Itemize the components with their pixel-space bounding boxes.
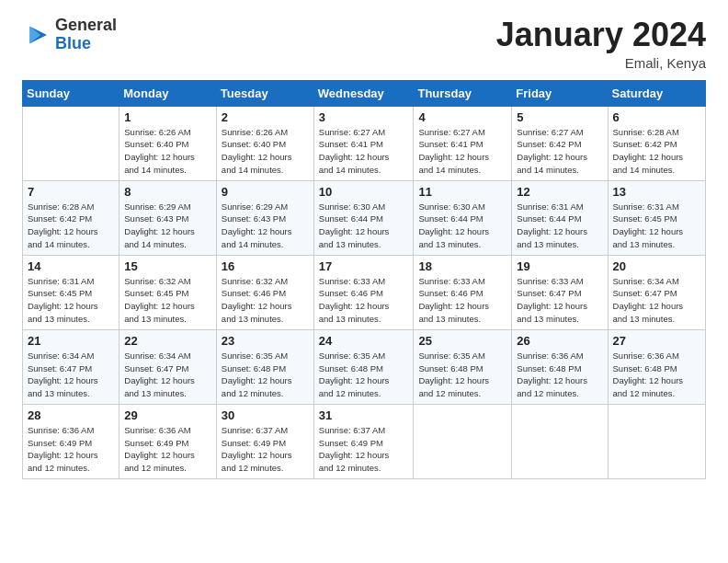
calendar-week-row: 14Sunrise: 6:31 AMSunset: 6:45 PMDayligh… [23,255,706,329]
day-info: Sunrise: 6:30 AMSunset: 6:44 PMDaylight:… [319,201,409,251]
day-number: 9 [222,185,309,199]
day-number: 23 [222,334,309,348]
day-info: Sunrise: 6:36 AMSunset: 6:49 PMDaylight:… [124,424,211,475]
table-cell: 23Sunrise: 6:35 AMSunset: 6:48 PMDayligh… [216,329,313,404]
day-number: 30 [222,408,309,422]
day-info: Sunrise: 6:35 AMSunset: 6:48 PMDaylight:… [418,350,506,400]
title-month: January 2024 [496,17,706,53]
day-number: 24 [319,334,409,348]
table-cell: 3Sunrise: 6:27 AMSunset: 6:41 PMDaylight… [313,106,414,180]
logo-blue-label: Blue [55,35,117,53]
day-info: Sunrise: 6:26 AMSunset: 6:40 PMDaylight:… [124,126,211,177]
title-block: January 2024 Emali, Kenya [496,17,706,71]
day-info: Sunrise: 6:27 AMSunset: 6:41 PMDaylight:… [319,126,409,177]
calendar-week-row: 28Sunrise: 6:36 AMSunset: 6:49 PMDayligh… [23,404,706,478]
day-number: 14 [28,259,114,273]
table-cell: 1Sunrise: 6:26 AMSunset: 6:40 PMDaylight… [119,106,217,180]
day-number: 4 [418,110,506,124]
day-number: 22 [124,334,211,348]
table-cell [414,404,512,478]
table-cell: 16Sunrise: 6:32 AMSunset: 6:46 PMDayligh… [216,255,313,329]
day-number: 27 [613,334,700,348]
day-info: Sunrise: 6:35 AMSunset: 6:48 PMDaylight:… [222,350,309,400]
day-info: Sunrise: 6:32 AMSunset: 6:45 PMDaylight:… [124,275,211,326]
day-info: Sunrise: 6:27 AMSunset: 6:42 PMDaylight:… [517,126,602,177]
col-monday: Monday [119,80,217,106]
table-cell: 18Sunrise: 6:33 AMSunset: 6:46 PMDayligh… [414,255,512,329]
table-cell: 17Sunrise: 6:33 AMSunset: 6:46 PMDayligh… [313,255,414,329]
day-info: Sunrise: 6:33 AMSunset: 6:46 PMDaylight:… [418,275,506,326]
table-cell: 22Sunrise: 6:34 AMSunset: 6:47 PMDayligh… [119,329,217,404]
logo-icon [22,20,51,50]
day-number: 3 [319,110,409,124]
day-info: Sunrise: 6:33 AMSunset: 6:46 PMDaylight:… [319,275,409,326]
day-info: Sunrise: 6:37 AMSunset: 6:49 PMDaylight:… [319,424,409,475]
day-number: 21 [28,334,114,348]
table-cell: 19Sunrise: 6:33 AMSunset: 6:47 PMDayligh… [512,255,608,329]
table-cell: 2Sunrise: 6:26 AMSunset: 6:40 PMDaylight… [216,106,313,180]
table-cell: 20Sunrise: 6:34 AMSunset: 6:47 PMDayligh… [608,255,705,329]
table-cell: 5Sunrise: 6:27 AMSunset: 6:42 PMDaylight… [512,106,608,180]
table-cell: 10Sunrise: 6:30 AMSunset: 6:44 PMDayligh… [313,180,414,255]
table-cell: 13Sunrise: 6:31 AMSunset: 6:45 PMDayligh… [608,180,705,255]
day-info: Sunrise: 6:37 AMSunset: 6:49 PMDaylight:… [222,424,309,475]
day-number: 7 [28,185,114,199]
table-cell: 21Sunrise: 6:34 AMSunset: 6:47 PMDayligh… [23,329,119,404]
day-number: 18 [418,259,506,273]
calendar-week-row: 21Sunrise: 6:34 AMSunset: 6:47 PMDayligh… [23,329,706,404]
day-info: Sunrise: 6:27 AMSunset: 6:41 PMDaylight:… [418,126,506,177]
table-cell: 15Sunrise: 6:32 AMSunset: 6:45 PMDayligh… [119,255,217,329]
day-number: 8 [124,185,211,199]
day-number: 15 [124,259,211,273]
col-friday: Friday [512,80,608,106]
table-cell [23,106,119,180]
day-number: 17 [319,259,409,273]
col-thursday: Thursday [414,80,512,106]
day-number: 31 [319,408,409,422]
day-number: 25 [418,334,506,348]
day-number: 1 [124,110,211,124]
day-number: 12 [517,185,602,199]
day-info: Sunrise: 6:35 AMSunset: 6:48 PMDaylight:… [319,350,409,400]
table-cell: 27Sunrise: 6:36 AMSunset: 6:48 PMDayligh… [608,329,705,404]
svg-marker-1 [29,27,40,44]
day-info: Sunrise: 6:29 AMSunset: 6:43 PMDaylight:… [222,201,309,251]
logo-text: General Blue [55,17,117,53]
table-cell: 6Sunrise: 6:28 AMSunset: 6:42 PMDaylight… [608,106,705,180]
day-info: Sunrise: 6:31 AMSunset: 6:44 PMDaylight:… [517,201,602,251]
table-cell: 14Sunrise: 6:31 AMSunset: 6:45 PMDayligh… [23,255,119,329]
day-info: Sunrise: 6:29 AMSunset: 6:43 PMDaylight:… [124,201,211,251]
day-info: Sunrise: 6:36 AMSunset: 6:48 PMDaylight:… [517,350,602,400]
logo-general-label: General [55,17,117,35]
table-cell: 4Sunrise: 6:27 AMSunset: 6:41 PMDaylight… [414,106,512,180]
day-info: Sunrise: 6:32 AMSunset: 6:46 PMDaylight:… [222,275,309,326]
day-number: 19 [517,259,602,273]
day-info: Sunrise: 6:26 AMSunset: 6:40 PMDaylight:… [222,126,309,177]
day-info: Sunrise: 6:30 AMSunset: 6:44 PMDaylight:… [418,201,506,251]
day-info: Sunrise: 6:31 AMSunset: 6:45 PMDaylight:… [613,201,700,251]
day-number: 28 [28,408,114,422]
day-number: 5 [517,110,602,124]
calendar-week-row: 7Sunrise: 6:28 AMSunset: 6:42 PMDaylight… [23,180,706,255]
col-sunday: Sunday [23,80,119,106]
col-tuesday: Tuesday [216,80,313,106]
page: General Blue January 2024 Emali, Kenya S… [0,0,728,563]
table-cell: 7Sunrise: 6:28 AMSunset: 6:42 PMDaylight… [23,180,119,255]
calendar-header-row: Sunday Monday Tuesday Wednesday Thursday… [23,80,706,106]
day-info: Sunrise: 6:34 AMSunset: 6:47 PMDaylight:… [124,350,211,400]
title-location: Emali, Kenya [496,55,706,71]
table-cell: 28Sunrise: 6:36 AMSunset: 6:49 PMDayligh… [23,404,119,478]
calendar-week-row: 1Sunrise: 6:26 AMSunset: 6:40 PMDaylight… [23,106,706,180]
logo: General Blue [22,17,117,53]
day-number: 26 [517,334,602,348]
day-number: 11 [418,185,506,199]
day-info: Sunrise: 6:36 AMSunset: 6:49 PMDaylight:… [28,424,114,475]
table-cell: 29Sunrise: 6:36 AMSunset: 6:49 PMDayligh… [119,404,217,478]
table-cell: 31Sunrise: 6:37 AMSunset: 6:49 PMDayligh… [313,404,414,478]
day-number: 10 [319,185,409,199]
day-number: 2 [222,110,309,124]
day-info: Sunrise: 6:33 AMSunset: 6:47 PMDaylight:… [517,275,602,326]
col-saturday: Saturday [608,80,705,106]
day-number: 20 [613,259,700,273]
day-number: 6 [613,110,700,124]
